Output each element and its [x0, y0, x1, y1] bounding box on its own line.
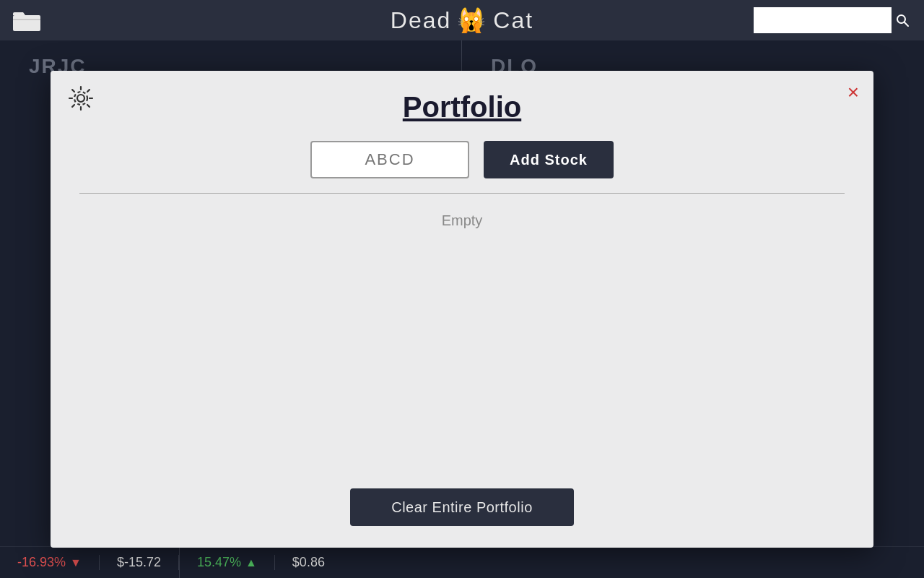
- search-input[interactable]: [754, 7, 892, 33]
- svg-point-4: [77, 95, 84, 102]
- portfolio-divider: [79, 193, 845, 194]
- clear-portfolio-button[interactable]: Clear Entire Portfolio: [350, 488, 574, 526]
- app-title: Dead 🙀 Cat: [391, 7, 533, 34]
- svg-line-3: [905, 22, 908, 26]
- modal-overlay: × Portfolio Add Stock Empty Clear Entire…: [0, 40, 924, 578]
- cat-icon: 🙀: [457, 7, 487, 34]
- folder-icon[interactable]: [12, 8, 42, 33]
- search-button[interactable]: [892, 7, 912, 33]
- stock-ticker-input[interactable]: [310, 141, 469, 178]
- close-button[interactable]: ×: [847, 82, 859, 103]
- title-right: Cat: [493, 7, 533, 34]
- empty-label: Empty: [442, 212, 483, 229]
- svg-rect-0: [13, 15, 40, 31]
- portfolio-list-area: Empty: [79, 205, 845, 488]
- svg-point-5: [74, 92, 87, 105]
- title-left: Dead: [391, 7, 452, 34]
- portfolio-modal: × Portfolio Add Stock Empty Clear Entire…: [51, 71, 873, 548]
- search-container: [754, 7, 912, 33]
- top-bar: Dead 🙀 Cat: [0, 0, 924, 40]
- modal-title: Portfolio: [403, 91, 521, 124]
- add-stock-button[interactable]: Add Stock: [484, 141, 614, 178]
- settings-icon[interactable]: [68, 85, 94, 111]
- input-row: Add Stock: [310, 141, 614, 178]
